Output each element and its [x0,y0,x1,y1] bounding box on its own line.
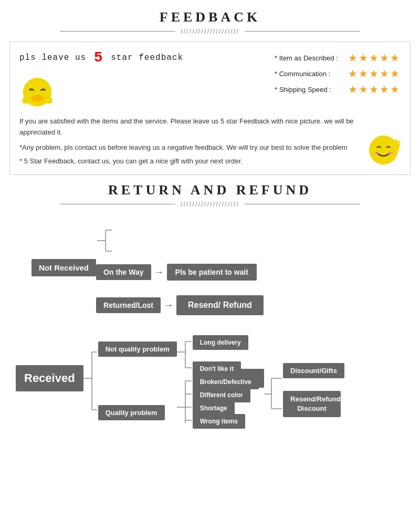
return-divider-slashes: //////////////////// [181,200,239,208]
long-delivery-box: Long delivery [193,335,248,350]
feedback-box: pls leave us 5 star feedback [9,42,411,175]
arrow-wait: → [154,267,164,278]
resend-refund-discount-box: Resend/Refund/Discount [283,391,341,417]
note2: * 5 Star Feedback, contact us, you can g… [19,156,359,167]
shipping-row: * Shipping Speed : ★★★★★ [275,83,401,96]
feedback-tagline: pls leave us 5 star feedback [19,49,183,66]
not-quality-box: Not quality problem [98,341,177,357]
not-received-box: Not Received [32,259,96,276]
shortage-box: Shortage [193,401,235,416]
body-text: If you are satisfied with the items and … [19,116,359,138]
problem-labels: Not quality problem Quality problem [98,326,177,431]
received-box: Received [16,365,83,391]
communication-stars: ★★★★★ [348,67,401,80]
item-described-stars: ★★★★★ [348,51,401,64]
feedback-bottom: If you are satisfied with the items and … [19,116,401,167]
svg-point-15 [49,98,52,100]
feedback-header: FEEDBACK [0,9,420,25]
broken-box: Broken/Defective [193,375,259,389]
on-the-way-box: On the Way [96,264,151,280]
svg-point-18 [388,152,394,156]
communication-label: * Communication : [275,70,348,78]
svg-line-6 [44,89,44,90]
feedback-left: pls leave us 5 star feedback [19,49,183,111]
feedback-title: FEEDBACK [0,9,420,25]
outcomes-col: Discount/Gifts Resend/Refund/Discount [283,363,344,417]
nr-branch-rows: On the Way → Pls be patient to wait Retu… [96,264,264,315]
item-described-row: * Item as Described : ★★★★★ [275,51,401,64]
different-color-box: Different color [193,388,250,402]
quality-problem-box: Quality problem [98,405,165,420]
feedback-bottom-row: If you are satisfied with the items and … [19,116,401,167]
return-divider-line-right [245,204,360,204]
tagline-pre: pls leave us [19,53,86,63]
note1: *Any problem, pls contact us before leav… [19,142,359,153]
svg-point-12 [26,98,29,100]
feedback-text: If you are satisfied with the items and … [19,116,359,167]
on-the-way-row: On the Way → Pls be patient to wait [96,264,264,281]
return-title: RETURN AND REFUND [0,182,420,198]
feedback-top: pls leave us 5 star feedback [19,49,401,111]
feedback-divider: //////////////////// [0,27,420,35]
wrong-items-box: Wrong items [193,414,245,429]
flow-area: Not Received On the Way → Pls be patient… [0,214,420,436]
return-divider-line-left [60,204,175,204]
divider-line-left [60,31,175,32]
svg-line-23 [398,145,399,149]
nr-branches-container: On the Way → Pls be patient to wait Retu… [97,220,264,315]
svg-point-1 [31,95,44,102]
svg-line-3 [30,89,31,90]
received-connector-svg [83,326,98,431]
tagline-post: star feedback [111,53,183,63]
smiley-wink [366,133,401,167]
nr-connector-svg [97,220,113,262]
problem-connector-svg [177,326,193,431]
smiley-sleeping [19,75,55,111]
communication-row: * Communication : ★★★★★ [275,67,401,80]
resend-refund-box: Resend/ Refund [176,295,264,315]
return-divider: //////////////////// [0,200,420,208]
svg-line-22 [391,145,392,149]
pls-wait-box: Pls be patient to wait [167,264,257,281]
not-received-layout: Not Received On the Way → Pls be patient… [32,220,410,315]
shipping-stars: ★★★★★ [348,83,401,96]
divider-slashes: //////////////////// [181,27,239,35]
received-layout: Received Not quality problem Quality pro… [16,326,410,431]
item-described-label: * Item as Described : [275,54,348,62]
resend-refund-discount-label: Resend/Refund/Discount [290,395,342,412]
contact-to-outcome-svg [264,368,283,420]
returned-lost-row: Returned/Lost → Resend/ Refund [96,295,264,315]
divider-line-right [245,31,360,32]
return-header: RETURN AND REFUND [0,182,420,198]
tagline-five: 5 [94,49,103,66]
returned-lost-box: Returned/Lost [96,297,161,313]
arrow-resend: → [164,300,173,311]
dont-like-box: Don't like it [193,361,241,376]
discount-gifts-box: Discount/Gifts [283,363,344,378]
feedback-right: * Item as Described : ★★★★★ * Communicat… [275,51,401,99]
svg-point-17 [373,152,379,156]
shipping-label: * Shipping Speed : [275,86,348,94]
